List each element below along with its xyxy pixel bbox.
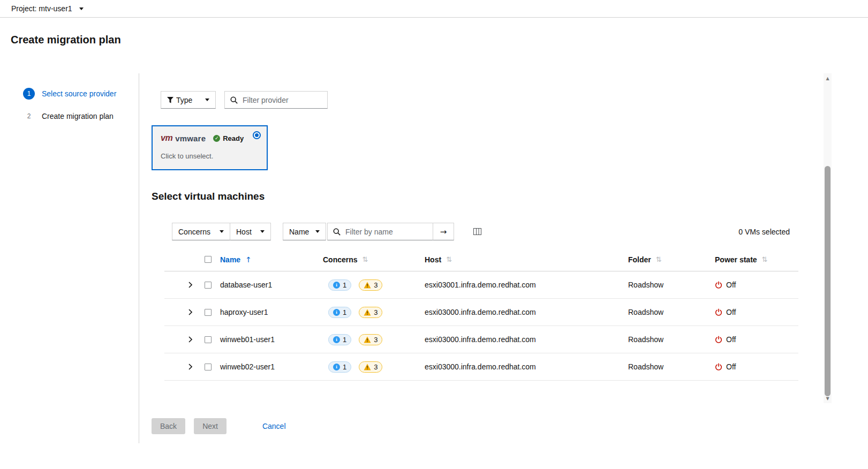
name-filter-dropdown[interactable]: Name — [283, 223, 326, 240]
provider-card-hint: Click to unselect. — [161, 152, 259, 160]
back-button[interactable]: Back — [152, 418, 185, 434]
vm-toolbar: Concerns Host Name — [172, 223, 798, 240]
caret-down-icon — [220, 230, 224, 233]
type-filter-dropdown[interactable]: Type — [161, 91, 216, 109]
power-state-cell: Off — [715, 362, 798, 371]
column-header-power-state[interactable]: Power state — [715, 255, 798, 264]
caret-down-icon[interactable] — [79, 7, 84, 10]
power-state-cell: Off — [715, 308, 798, 316]
info-badge[interactable]: 1 — [328, 279, 351, 291]
chevron-right-icon[interactable] — [186, 361, 194, 372]
project-switcher[interactable]: Project: mtv-user1 — [11, 4, 72, 13]
concerns-cell: 1 3 — [323, 279, 425, 291]
sort-icon — [363, 255, 368, 263]
provider-status: Ready — [223, 134, 244, 142]
vm-filter-input[interactable] — [327, 223, 433, 240]
vm-folder: Roadshow — [628, 308, 715, 316]
wizard-step-select-source-provider[interactable]: 1 Select source provider — [0, 82, 139, 105]
column-header-host[interactable]: Host — [425, 255, 628, 264]
scrollbar[interactable] — [824, 73, 832, 403]
provider-filter-toolbar: Type — [161, 91, 868, 109]
vm-host: esxi03000.infra.demo.redhat.com — [425, 362, 628, 371]
next-button[interactable]: Next — [194, 418, 227, 434]
manage-columns-button[interactable] — [471, 226, 484, 237]
vmware-wordmark: vmware — [175, 134, 206, 143]
column-header-label: Name — [220, 255, 240, 264]
warning-badge[interactable]: 3 — [359, 334, 382, 345]
vm-folder: Roadshow — [628, 335, 715, 344]
power-state-label: Off — [726, 335, 736, 344]
power-off-icon — [715, 308, 722, 316]
chevron-right-icon[interactable] — [186, 279, 194, 290]
table-row: database-user1 1 3 esxi03001.infra.demo.… — [164, 271, 798, 299]
warning-badge[interactable]: 3 — [359, 361, 382, 373]
warning-count: 3 — [374, 336, 378, 344]
host-filter-dropdown[interactable]: Host — [230, 223, 271, 240]
info-badge[interactable]: 1 — [328, 361, 351, 373]
row-checkbox[interactable] — [205, 336, 212, 343]
row-checkbox[interactable] — [205, 309, 212, 316]
warning-icon — [364, 282, 371, 289]
column-header-label: Folder — [628, 255, 651, 264]
scroll-up-icon[interactable] — [824, 74, 832, 82]
step-label: Select source provider — [42, 89, 116, 98]
wizard-nav: 1 Select source provider 2 Create migrat… — [0, 73, 139, 443]
row-checkbox[interactable] — [205, 282, 212, 289]
column-header-folder[interactable]: Folder — [628, 255, 715, 264]
step-label: Create migration plan — [42, 112, 114, 120]
warning-icon — [364, 309, 371, 316]
concerns-cell: 1 3 — [323, 334, 425, 345]
sort-ascending-icon — [245, 255, 252, 264]
row-checkbox[interactable] — [205, 364, 212, 370]
sort-icon — [446, 255, 452, 263]
vm-name: database-user1 — [220, 281, 323, 289]
vm-section-title: Select virtual machines — [152, 191, 868, 202]
provider-card-header: vm vmware Ready — [161, 133, 259, 143]
chevron-right-icon[interactable] — [186, 334, 194, 345]
column-header-concerns[interactable]: Concerns — [323, 255, 425, 264]
power-state-cell: Off — [715, 281, 798, 289]
wizard-footer: Back Next Cancel — [152, 418, 868, 434]
chevron-right-icon[interactable] — [186, 307, 194, 317]
concerns-filter-dropdown[interactable]: Concerns — [172, 223, 230, 240]
provider-status-group: Ready — [213, 134, 244, 142]
name-filter-label: Name — [289, 228, 311, 236]
info-badge[interactable]: 1 — [328, 334, 351, 345]
apply-filter-button[interactable] — [433, 223, 454, 240]
warning-count: 3 — [374, 308, 378, 316]
table-row: winweb02-user1 1 3 esxi03000.infra.demo.… — [164, 353, 798, 381]
vm-table: Name Concerns Host Folder Power state — [164, 248, 798, 381]
provider-card-vmware[interactable]: vm vmware Ready Click to unselect. — [152, 125, 268, 170]
select-all-checkbox[interactable] — [205, 256, 212, 263]
warning-icon — [364, 364, 371, 370]
warning-badge[interactable]: 3 — [359, 307, 382, 318]
table-header-row: Name Concerns Host Folder Power state — [164, 248, 798, 271]
info-count: 1 — [343, 281, 346, 289]
scroll-down-icon[interactable] — [824, 395, 832, 402]
info-count: 1 — [343, 308, 346, 316]
cancel-button[interactable]: Cancel — [262, 422, 286, 430]
check-circle-icon — [213, 135, 220, 142]
masthead: Project: mtv-user1 — [0, 0, 868, 18]
info-badge[interactable]: 1 — [328, 307, 351, 318]
wizard-step-create-migration-plan[interactable]: 2 Create migration plan — [0, 105, 139, 127]
power-state-label: Off — [726, 362, 736, 371]
caret-down-icon — [260, 230, 265, 233]
vm-filter-group — [327, 223, 454, 240]
warning-count: 3 — [374, 281, 378, 289]
vm-name: haproxy-user1 — [220, 308, 323, 316]
concerns-cell: 1 3 — [323, 361, 425, 373]
column-header-name[interactable]: Name — [220, 255, 323, 264]
columns-icon — [473, 228, 481, 235]
vm-name: winweb02-user1 — [220, 362, 323, 371]
scrollbar-thumb[interactable] — [825, 166, 831, 396]
sort-icon — [762, 255, 768, 263]
warning-badge[interactable]: 3 — [359, 279, 382, 291]
column-header-label: Concerns — [323, 255, 358, 264]
wizard-main-panel: Type vm vmware Ready Click to unse — [139, 73, 868, 443]
column-header-label: Power state — [715, 255, 757, 264]
provider-radio[interactable] — [253, 131, 261, 139]
power-state-label: Off — [726, 308, 736, 316]
provider-filter-input[interactable] — [224, 91, 328, 109]
warning-count: 3 — [374, 363, 378, 371]
